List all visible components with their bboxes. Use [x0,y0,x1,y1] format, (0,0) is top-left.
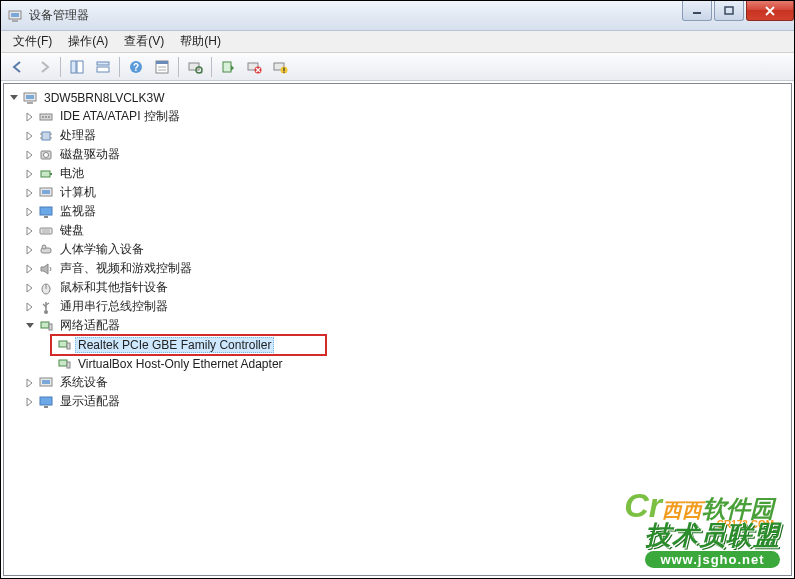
menu-action[interactable]: 操作(A) [60,31,116,52]
computer-icon [22,90,38,106]
svg-rect-1 [11,13,19,17]
uninstall-button[interactable] [242,56,266,78]
usb-icon [38,299,54,315]
svg-rect-15 [189,63,199,70]
tree-item[interactable]: 显示适配器 [6,392,789,411]
scan-hardware-button[interactable] [183,56,207,78]
tree-leaf-realtek[interactable]: Realtek PCIe GBE Family Controller [6,335,789,354]
svg-rect-58 [59,360,67,366]
svg-rect-3 [693,12,701,14]
network-adapter-icon [56,356,72,372]
svg-rect-39 [41,171,50,177]
svg-rect-4 [725,7,733,14]
tree-item[interactable]: 人体学输入设备 [6,240,789,259]
svg-rect-44 [44,216,48,218]
toolbar-separator [60,57,61,77]
svg-rect-12 [156,61,168,64]
svg-rect-32 [42,132,50,140]
expand-icon[interactable] [22,261,38,277]
keyboard-icon [38,223,54,239]
svg-rect-59 [67,362,70,368]
expand-icon[interactable] [22,299,38,315]
svg-line-17 [201,72,202,73]
back-button[interactable] [6,56,30,78]
window-title: 设备管理器 [29,7,89,24]
tree-leaf-virtualbox[interactable]: VirtualBox Host-Only Ethernet Adapter [6,354,789,373]
tree-item[interactable]: 监视器 [6,202,789,221]
tree-item[interactable]: 键盘 [6,221,789,240]
monitor-icon [38,204,54,220]
network-icon [38,318,54,334]
svg-rect-40 [50,173,52,175]
menu-file[interactable]: 文件(F) [5,31,60,52]
expand-icon[interactable] [22,166,38,182]
display-icon [38,394,54,410]
audio-icon [38,261,54,277]
tree-item[interactable]: IDE ATA/ATAPI 控制器 [6,107,789,126]
toolbar: ? [1,53,794,81]
svg-rect-61 [42,380,50,384]
maximize-button[interactable] [714,1,744,21]
svg-rect-54 [41,322,49,328]
svg-rect-26 [26,95,34,99]
root-label: 3DW5BRN8LVCLK3W [41,90,167,106]
svg-text:?: ? [133,62,139,73]
svg-rect-42 [42,190,50,194]
svg-rect-56 [59,341,67,347]
tree-item[interactable]: 磁盘驱动器 [6,145,789,164]
toolbar-separator [119,57,120,77]
cpu-icon [38,128,54,144]
tree-item[interactable]: 计算机 [6,183,789,202]
menubar: 文件(F) 操作(A) 查看(V) 帮助(H) [1,31,794,53]
expand-icon[interactable] [22,147,38,163]
toolbar-separator [178,57,179,77]
svg-point-38 [44,152,49,157]
hid-icon [38,242,54,258]
disable-button[interactable] [268,56,292,78]
tree-item[interactable]: 鼠标和其他指针设备 [6,278,789,297]
expand-icon[interactable] [22,223,38,239]
close-button[interactable] [746,1,794,21]
tree-item[interactable]: 系统设备 [6,373,789,392]
expand-icon[interactable] [22,128,38,144]
svg-rect-8 [97,67,109,72]
expand-icon[interactable] [22,242,38,258]
svg-point-52 [44,310,48,314]
expand-icon[interactable] [22,375,38,391]
watermark-logo-2: 技术员联盟 www.jsgho.net [645,518,780,568]
mouse-icon [38,280,54,296]
show-hide-tree-button[interactable] [65,56,89,78]
svg-rect-2 [12,20,18,22]
svg-point-24 [283,71,284,72]
menu-view[interactable]: 查看(V) [116,31,172,52]
tree-item[interactable]: 电池 [6,164,789,183]
expand-icon[interactable] [22,394,38,410]
tree-item[interactable]: 声音、视频和游戏控制器 [6,259,789,278]
svg-rect-27 [27,102,33,104]
forward-button[interactable] [32,56,56,78]
properties-button[interactable] [150,56,174,78]
minimize-button[interactable] [682,1,712,21]
collapse-icon[interactable] [22,318,38,334]
ide-icon [38,109,54,125]
expand-icon[interactable] [22,109,38,125]
svg-rect-7 [97,62,109,65]
collapse-icon[interactable] [6,90,22,106]
tree-item[interactable]: 处理器 [6,126,789,145]
update-driver-button[interactable] [216,56,240,78]
network-adapter-icon [56,337,72,353]
menu-help[interactable]: 帮助(H) [172,31,229,52]
expand-icon[interactable] [22,185,38,201]
expand-icon[interactable] [22,280,38,296]
tree-item[interactable]: 通用串行总线控制器 [6,297,789,316]
svg-rect-62 [40,397,52,405]
system-icon [38,375,54,391]
toolbar-separator [211,57,212,77]
tree-root[interactable]: 3DW5BRN8LVCLK3W [6,88,789,107]
svg-rect-18 [223,62,231,72]
svg-rect-57 [67,343,70,349]
view-button[interactable] [91,56,115,78]
tree-item-network[interactable]: 网络适配器 [6,316,789,335]
help-button[interactable]: ? [124,56,148,78]
expand-icon[interactable] [22,204,38,220]
